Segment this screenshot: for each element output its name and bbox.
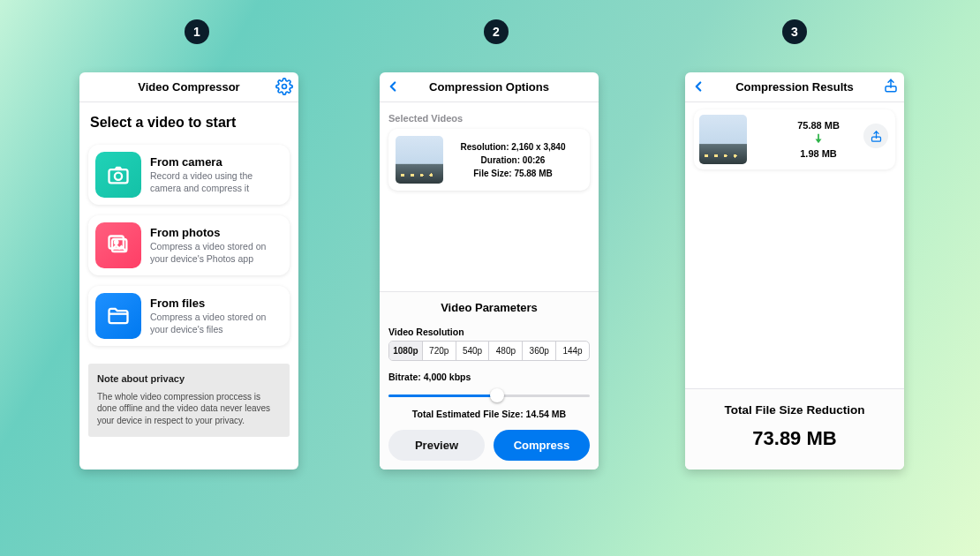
option-from-photos[interactable]: From photos Compress a video stored on y…: [88, 215, 290, 275]
meta-label: Resolution:: [461, 142, 509, 152]
bitrate-slider[interactable]: [388, 387, 590, 403]
gear-icon[interactable]: [275, 78, 293, 98]
resolution-label: Video Resolution: [388, 327, 590, 337]
video-meta: Resolution: 2,160 x 3,840 Duration: 00:2…: [443, 140, 583, 180]
svg-point-0: [283, 85, 287, 89]
selected-video-card[interactable]: Resolution: 2,160 x 3,840 Duration: 00:2…: [388, 129, 590, 191]
screen-3: Compression Results 75.88 MB 1.98 MB Tot…: [685, 72, 904, 470]
note-body: The whole video compression proccess is …: [97, 391, 281, 427]
action-buttons: Preview Compress: [388, 430, 590, 461]
screen-title: Video Compressor: [138, 80, 239, 94]
meta-label: File Size:: [473, 169, 511, 178]
meta-value: 75.88 MB: [514, 169, 552, 178]
privacy-note: Note about privacy The whole video compr…: [88, 364, 290, 437]
share-row-icon[interactable]: [863, 124, 888, 148]
panel-title: Video Parameters: [388, 299, 590, 323]
option-text: From camera Record a video using the cam…: [141, 155, 283, 193]
screen-title: Compression Options: [429, 80, 549, 94]
svg-rect-1: [109, 169, 128, 183]
resolution-option-480p[interactable]: 480p: [489, 342, 523, 360]
resolution-option-540p[interactable]: 540p: [456, 342, 490, 360]
video-parameters-panel: Video Parameters Video Resolution 1080p …: [380, 291, 599, 470]
screen-1: Video Compressor Select a video to start…: [79, 72, 298, 470]
summary-value: 73.89 MB: [694, 427, 895, 450]
slider-fill: [388, 394, 497, 397]
result-summary: Total File Size Reduction 73.89 MB: [685, 388, 904, 470]
svg-marker-7: [816, 139, 822, 143]
option-from-files[interactable]: From files Compress a video stored on yo…: [88, 286, 290, 346]
option-title: From files: [150, 297, 283, 310]
arrow-down-icon: [812, 132, 825, 145]
preview-button[interactable]: Preview: [388, 430, 485, 461]
meta-value: 00:26: [523, 155, 546, 165]
resolution-option-1080p[interactable]: 1080p: [389, 342, 423, 360]
compress-button[interactable]: Compress: [494, 430, 590, 461]
screen-2: Compression Options Selected Videos Reso…: [380, 72, 599, 470]
share-icon[interactable]: [883, 78, 899, 96]
bitrate-label: Bitrate: 4,000 kbps: [388, 372, 590, 382]
svg-point-5: [115, 241, 118, 244]
step-badge-3: 3: [782, 19, 807, 44]
resolution-option-720p[interactable]: 720p: [423, 342, 456, 360]
size-after: 1.98 MB: [747, 147, 890, 160]
photos-icon: [95, 222, 141, 268]
folder-icon: [95, 293, 141, 339]
header: Video Compressor: [79, 72, 298, 102]
svg-point-2: [115, 173, 122, 180]
header: Compression Options: [380, 72, 599, 102]
slider-knob[interactable]: [490, 388, 504, 402]
page-heading: Select a video to start: [79, 102, 298, 139]
option-desc: Record a video using the camera and comp…: [150, 170, 283, 193]
option-from-camera[interactable]: From camera Record a video using the cam…: [88, 145, 290, 205]
header: Compression Results: [685, 72, 904, 102]
estimated-size: Total Estimated File Size: 14.54 MB: [388, 409, 590, 419]
option-title: From photos: [150, 226, 283, 239]
result-row: 75.88 MB 1.98 MB: [694, 109, 895, 169]
step-badge-2: 2: [484, 19, 509, 44]
meta-value: 2,160 x 3,840: [511, 142, 565, 152]
back-icon[interactable]: [690, 79, 706, 97]
resolution-segmented-control[interactable]: 1080p 720p 540p 480p 360p 144p: [388, 341, 590, 361]
summary-label: Total File Size Reduction: [694, 403, 895, 417]
camera-icon: [95, 152, 141, 198]
option-desc: Compress a video stored on your device's…: [150, 312, 283, 334]
video-thumbnail: [396, 136, 443, 184]
resolution-option-144p[interactable]: 144p: [556, 342, 589, 360]
screen-title: Compression Results: [735, 80, 854, 94]
meta-label: Duration:: [481, 155, 520, 165]
note-title: Note about privacy: [97, 372, 281, 386]
option-text: From photos Compress a video stored on y…: [141, 226, 283, 264]
resolution-option-360p[interactable]: 360p: [523, 342, 556, 360]
section-selected-videos: Selected Videos: [380, 102, 599, 129]
option-title: From camera: [150, 155, 283, 169]
back-icon[interactable]: [385, 79, 401, 97]
video-thumbnail: [699, 115, 747, 164]
option-text: From files Compress a video stored on yo…: [141, 297, 283, 334]
step-badge-1: 1: [185, 19, 209, 44]
option-desc: Compress a video stored on your device's…: [150, 241, 283, 264]
